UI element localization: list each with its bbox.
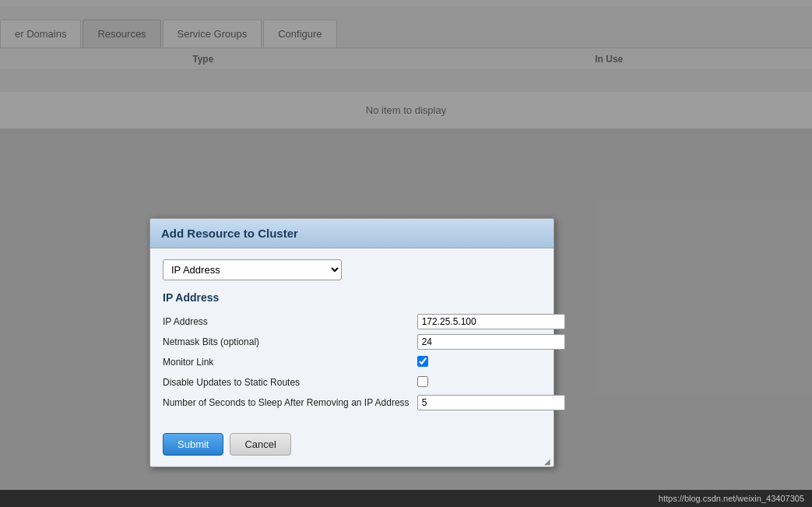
ip-address-section-title: IP Address xyxy=(163,291,541,304)
sleep-seconds-label: Number of Seconds to Sleep After Removin… xyxy=(163,393,417,413)
table-row: Number of Seconds to Sleep After Removin… xyxy=(163,393,565,413)
disable-updates-label: Disable Updates to Static Routes xyxy=(163,372,417,393)
status-bar-url: https://blog.csdn.net/weixin_43407305 xyxy=(659,494,804,503)
netmask-bits-label: Netmask Bits (optional) xyxy=(163,332,417,352)
modal-footer: Submit Cancel xyxy=(150,424,554,467)
resource-type-select[interactable]: IP Address File System NFS Mount Script xyxy=(163,259,342,280)
netmask-bits-input-cell xyxy=(417,332,565,352)
sleep-seconds-input[interactable] xyxy=(417,395,565,410)
table-row: IP Address xyxy=(163,312,565,332)
resource-type-select-row: IP Address File System NFS Mount Script xyxy=(163,259,541,280)
table-row: Monitor Link xyxy=(163,352,565,372)
modal-header: Add Resource to Cluster xyxy=(150,219,554,248)
modal-body: IP Address File System NFS Mount Script … xyxy=(150,248,554,424)
disable-updates-checkbox-cell xyxy=(417,372,565,393)
add-resource-modal: Add Resource to Cluster IP Address File … xyxy=(149,218,554,467)
ip-address-input[interactable] xyxy=(417,314,565,329)
disable-updates-checkbox[interactable] xyxy=(417,376,428,387)
modal-title: Add Resource to Cluster xyxy=(161,227,543,240)
form-table: IP Address Netmask Bits (optional) Monit… xyxy=(163,312,565,413)
table-row: Netmask Bits (optional) xyxy=(163,332,565,352)
cancel-button[interactable]: Cancel xyxy=(230,433,290,456)
netmask-bits-input[interactable] xyxy=(417,334,565,350)
monitor-link-checkbox[interactable] xyxy=(417,356,428,367)
submit-button[interactable]: Submit xyxy=(163,433,223,456)
monitor-link-checkbox-cell xyxy=(417,352,565,372)
resize-handle[interactable]: ◢ xyxy=(544,457,552,465)
sleep-seconds-input-cell xyxy=(417,393,565,413)
ip-address-label: IP Address xyxy=(163,312,417,332)
table-row: Disable Updates to Static Routes xyxy=(163,372,565,393)
monitor-link-label: Monitor Link xyxy=(163,352,417,372)
ip-address-input-cell xyxy=(417,312,565,332)
status-bar: https://blog.csdn.net/weixin_43407305 xyxy=(0,490,812,507)
